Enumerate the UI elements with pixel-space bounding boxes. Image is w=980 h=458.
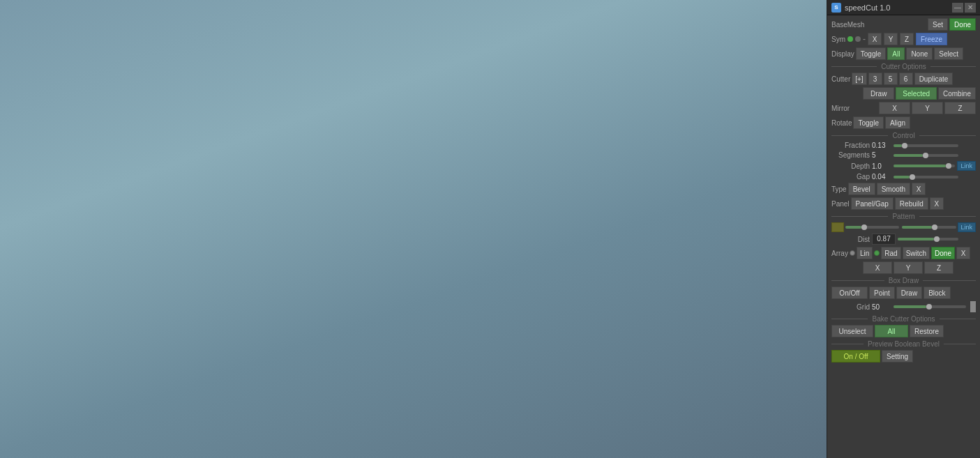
depth-label: Depth	[831, 162, 870, 170]
box-draw-divider: Box Draw	[831, 277, 976, 284]
close-button[interactable]: ✕	[965, 3, 976, 13]
gap-value: 0.04	[872, 173, 891, 181]
panel-section-label: Panel	[831, 200, 850, 208]
duplicate-button[interactable]: Duplicate	[914, 72, 953, 85]
array-y-button[interactable]: Y	[894, 261, 923, 274]
control-divider: Control	[831, 132, 976, 139]
fraction-label: Fraction	[831, 142, 870, 149]
grid-handle[interactable]	[970, 301, 976, 312]
block-button[interactable]: Block	[924, 287, 950, 299]
rad-button[interactable]: Rad	[881, 247, 900, 259]
pattern-color-btn1[interactable]	[831, 222, 844, 232]
gap-fill	[894, 176, 910, 178]
freeze-button[interactable]: Freeze	[916, 33, 947, 45]
panel-x-button[interactable]: X	[930, 197, 944, 210]
array-x2-button[interactable]: X	[863, 261, 892, 274]
right-panel: S speedCut 1.0 — ✕ BaseMesh Set Done Sym…	[827, 0, 980, 458]
bevel-button[interactable]: Bevel	[848, 183, 875, 195]
lin-button[interactable]: Lin	[857, 247, 873, 259]
select-button[interactable]: Select	[934, 47, 963, 60]
mirror-x-button[interactable]: X	[879, 102, 910, 114]
array-x-button[interactable]: X	[956, 247, 970, 259]
sym-dot-empty	[855, 36, 861, 42]
smooth-button[interactable]: Smooth	[877, 183, 910, 195]
none-button[interactable]: None	[906, 47, 933, 60]
pattern-link-button[interactable]: Link	[958, 222, 977, 232]
combine-button[interactable]: Combine	[938, 87, 976, 100]
array-z-button[interactable]: Z	[924, 261, 953, 274]
fraction-slider[interactable]	[894, 144, 958, 147]
point-button[interactable]: Point	[869, 287, 895, 299]
mirror-row: Mirror X Y Z	[831, 102, 976, 114]
3d-viewport[interactable]	[0, 0, 827, 458]
draw-button[interactable]: Draw	[863, 87, 894, 100]
unselect-button[interactable]: Unselect	[831, 325, 873, 337]
preview-onoff-button[interactable]: On / Off	[831, 350, 880, 362]
type-label: Type	[831, 185, 847, 193]
setting-button[interactable]: Setting	[882, 350, 913, 362]
bake-cutter-label: Bake Cutter Options	[868, 315, 939, 323]
panelgap-button[interactable]: Panel/Gap	[851, 197, 894, 210]
minimize-button[interactable]: —	[952, 3, 963, 13]
rebuild-button[interactable]: Rebuild	[895, 197, 928, 210]
mirror-y-button[interactable]: Y	[912, 102, 943, 114]
onoff-button[interactable]: On/Off	[831, 287, 868, 299]
box-draw-button[interactable]: Draw	[896, 287, 922, 299]
cutter-options-label: Cutter Options	[877, 63, 930, 70]
mirror-z-button[interactable]: Z	[944, 102, 976, 114]
switch-button[interactable]: Switch	[903, 247, 930, 259]
depth-link-button[interactable]: Link	[957, 161, 976, 171]
bake-cutter-row: Unselect All Restore	[831, 325, 976, 337]
control-label: Control	[888, 132, 919, 139]
fraction-value: 0.13	[872, 142, 891, 149]
segments-label: Segments	[831, 151, 870, 159]
three-button[interactable]: 3	[868, 72, 882, 85]
bake-cutter-divider: Bake Cutter Options	[831, 315, 976, 323]
sym-dot-filled	[847, 36, 853, 42]
preview-boolean-row: On / Off Setting	[831, 350, 976, 362]
array-radio2[interactable]	[874, 250, 880, 256]
sym-x-button[interactable]: X	[868, 33, 882, 45]
rotate-toggle-button[interactable]: Toggle	[853, 116, 883, 129]
restore-button[interactable]: Restore	[910, 325, 944, 337]
grid-row: Grid 50	[831, 301, 976, 312]
align-button[interactable]: Align	[885, 116, 910, 129]
array-label: Array	[831, 250, 848, 257]
bake-all-button[interactable]: All	[875, 325, 908, 337]
basemesh-label: BaseMesh	[831, 21, 864, 29]
all-button[interactable]: All	[887, 47, 905, 60]
five-button[interactable]: 5	[884, 72, 898, 85]
pattern-slider1[interactable]	[845, 226, 899, 229]
type-row: Type Bevel Smooth X	[831, 183, 976, 195]
sym-dash: -	[863, 34, 866, 44]
pattern-divider: Pattern	[831, 213, 976, 220]
set-button[interactable]: Set	[928, 18, 948, 31]
type-x-button[interactable]: X	[912, 183, 926, 195]
cutter-top-row: Cutter [+] 3 5 6 Duplicate	[831, 72, 976, 85]
gap-slider[interactable]	[894, 176, 958, 178]
sym-y-button[interactable]: Y	[884, 33, 898, 45]
depth-value: 1.0	[872, 162, 891, 170]
dist-slider[interactable]	[898, 238, 958, 241]
pattern-slider-row1: Link	[831, 222, 976, 232]
array-xyz-row: X Y Z	[863, 261, 976, 274]
segments-thumb	[923, 153, 928, 158]
depth-slider[interactable]	[894, 165, 955, 167]
grid-slider[interactable]	[894, 305, 966, 308]
six-button[interactable]: 6	[899, 72, 913, 85]
segments-slider[interactable]	[894, 154, 958, 157]
sym-z-button[interactable]: Z	[900, 33, 914, 45]
array-done-button[interactable]: Done	[931, 247, 955, 259]
gap-row: Gap 0.04	[831, 173, 976, 181]
done-button[interactable]: Done	[949, 18, 976, 31]
toggle-button[interactable]: Toggle	[856, 47, 886, 60]
sym-row: Sym - X Y Z Freeze	[831, 33, 976, 45]
array-row: Array Lin Rad Switch Done X	[831, 247, 976, 259]
plus-button[interactable]: [+]	[852, 72, 866, 85]
depth-fill	[894, 165, 946, 167]
gap-label: Gap	[831, 173, 870, 181]
array-radio1[interactable]	[850, 250, 855, 256]
selected-button[interactable]: Selected	[896, 87, 937, 100]
draw-row: Draw Selected Combine	[863, 87, 976, 100]
pattern-slider2[interactable]	[902, 226, 956, 229]
